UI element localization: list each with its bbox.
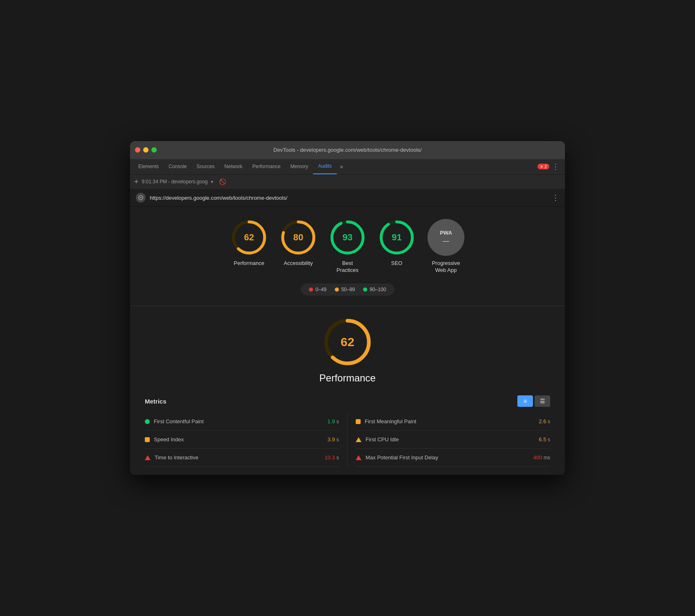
fci-icon — [356, 437, 361, 442]
block-icon[interactable]: 🚫 — [219, 178, 226, 185]
legend-red-label: 0–49 — [315, 287, 327, 292]
tab-memory[interactable]: Memory — [286, 159, 313, 174]
si-icon — [145, 437, 150, 442]
legend-dot-red — [309, 287, 313, 292]
tab-sources[interactable]: Sources — [192, 159, 219, 174]
toggle-grid-button[interactable]: ≡ — [517, 395, 533, 407]
address-bar: + 9:01:34 PM - developers.goog ▾ 🚫 — [130, 175, 565, 189]
score-best-practices-label: BestPractices — [336, 260, 358, 274]
score-legend: 0–49 50–89 90–100 — [138, 283, 557, 296]
devtools-tabbar: Elements Console Sources Network Perform… — [130, 159, 565, 175]
score-best-practices-value: 93 — [343, 232, 352, 243]
browser-window: DevTools - developers.google.com/web/too… — [130, 141, 565, 475]
score-performance-value: 62 — [244, 232, 254, 243]
url-text[interactable]: https://developers.google.com/web/tools/… — [150, 195, 552, 201]
maximize-button[interactable] — [151, 147, 157, 153]
pwa-circle: PWA — — [428, 219, 464, 256]
section-divider — [130, 306, 565, 306]
fmp-name: First Meaningful Paint — [365, 418, 535, 424]
si-name: Speed Index — [154, 436, 323, 443]
mpfid-name: Max Potential First Input Delay — [366, 454, 529, 461]
legend-red: 0–49 — [309, 287, 327, 292]
error-badge: ✕ 2 — [537, 164, 549, 169]
error-x-icon: ✕ — [540, 164, 543, 169]
legend-inner: 0–49 50–89 90–100 — [301, 283, 394, 296]
scores-row: 62 Performance 80 Accessibility — [138, 219, 557, 274]
dropdown-arrow-icon[interactable]: ▾ — [211, 179, 213, 185]
metrics-col-left: First Contentful Paint 1.9 s Speed Index… — [145, 413, 348, 467]
fmp-value: 2.6 s — [539, 418, 550, 424]
score-best-practices: 93 BestPractices — [329, 219, 366, 274]
pwa-text: PWA — [440, 230, 452, 236]
url-menu-icon[interactable]: ⋮ — [552, 193, 559, 202]
legend-orange-label: 50–89 — [341, 287, 355, 292]
score-accessibility: 80 Accessibility — [280, 219, 317, 274]
close-button[interactable] — [135, 147, 140, 153]
new-tab-icon[interactable]: + — [134, 178, 139, 186]
tab-audits[interactable]: Audits — [313, 159, 336, 174]
gauge-seo: 91 — [378, 219, 415, 256]
fci-name: First CPU Idle — [366, 436, 535, 443]
legend-dot-orange — [335, 287, 339, 292]
fcp-value: 1.9 s — [327, 418, 339, 424]
error-count: 2 — [544, 164, 547, 169]
score-pwa: PWA — ProgressiveWeb App — [428, 219, 464, 274]
metrics-title: Metrics — [145, 398, 167, 405]
mpfid-icon — [356, 455, 361, 460]
metrics-col-right: First Meaningful Paint 2.6 s First CPU I… — [348, 413, 550, 467]
metric-fcp: First Contentful Paint 1.9 s — [145, 413, 339, 431]
main-content: 62 Performance 80 Accessibility — [130, 207, 565, 475]
site-icon — [136, 193, 146, 203]
legend-green-label: 90–100 — [370, 287, 386, 292]
fcp-icon — [145, 419, 150, 424]
tab-elements[interactable]: Elements — [133, 159, 164, 174]
big-score-title: Performance — [319, 372, 375, 384]
toggle-list-button[interactable]: ☰ — [535, 395, 550, 407]
si-value: 3.9 s — [327, 436, 339, 443]
score-seo-label: SEO — [391, 260, 402, 267]
score-accessibility-label: Accessibility — [284, 260, 313, 267]
tti-icon — [145, 455, 151, 460]
score-performance-label: Performance — [234, 260, 264, 267]
metrics-header: Metrics ≡ ☰ — [145, 395, 550, 407]
traffic-lights — [135, 147, 157, 153]
tab-performance[interactable]: Performance — [247, 159, 286, 174]
pwa-dash: — — [443, 237, 449, 245]
tab-address-text: 9:01:34 PM - developers.goog — [142, 179, 208, 185]
devtools-menu-icon[interactable]: ⋮ — [549, 162, 562, 171]
tab-network[interactable]: Network — [219, 159, 247, 174]
legend-orange: 50–89 — [335, 287, 355, 292]
fmp-icon — [356, 419, 361, 424]
legend-green: 90–100 — [363, 287, 386, 292]
tti-value: 10.3 s — [325, 454, 339, 461]
big-score-section: 62 Performance — [138, 317, 557, 384]
metrics-section: Metrics ≡ ☰ First Contentf — [138, 395, 557, 467]
score-accessibility-value: 80 — [293, 232, 303, 243]
score-performance: 62 Performance — [231, 219, 267, 274]
metrics-toggle: ≡ ☰ — [517, 395, 550, 407]
gauge-performance: 62 — [231, 219, 267, 256]
metric-tti: Time to Interactive 10.3 s — [145, 449, 339, 467]
metric-si: Speed Index 3.9 s — [145, 431, 339, 449]
gauge-accessibility: 80 — [280, 219, 317, 256]
title-bar: DevTools - developers.google.com/web/too… — [130, 141, 565, 159]
score-pwa-label: ProgressiveWeb App — [432, 260, 460, 274]
minimize-button[interactable] — [143, 147, 149, 153]
big-gauge: 62 — [323, 317, 372, 367]
fci-value: 6.5 s — [539, 436, 550, 443]
big-score-value: 62 — [341, 335, 354, 349]
score-seo-value: 91 — [392, 232, 402, 243]
metric-fmp: First Meaningful Paint 2.6 s — [356, 413, 550, 431]
metrics-grid: First Contentful Paint 1.9 s Speed Index… — [145, 413, 550, 467]
grid-icon: ≡ — [524, 398, 527, 404]
more-tabs-icon[interactable]: » — [337, 163, 347, 170]
metric-fci: First CPU Idle 6.5 s — [356, 431, 550, 449]
tab-console[interactable]: Console — [164, 159, 192, 174]
metric-mpfid: Max Potential First Input Delay 400 ms — [356, 449, 550, 467]
score-seo: 91 SEO — [378, 219, 415, 274]
url-bar: https://developers.google.com/web/tools/… — [130, 189, 565, 207]
svg-rect-0 — [139, 197, 142, 198]
legend-dot-green — [363, 287, 367, 292]
gauge-best-practices: 93 — [329, 219, 366, 256]
mpfid-value: 400 ms — [533, 454, 550, 461]
